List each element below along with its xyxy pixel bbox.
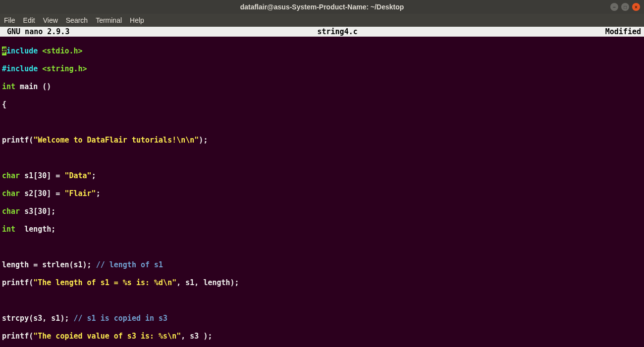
code-line: strcpy(s3, s1); // s1 is copied in s3 xyxy=(2,314,642,323)
close-icon[interactable]: × xyxy=(632,3,640,11)
code-line: printf("Welcome to DataFlair tutorials!\… xyxy=(2,136,642,145)
cursor: # xyxy=(2,47,6,55)
code-line xyxy=(2,153,642,162)
window-controls: – □ × xyxy=(610,3,640,11)
titlebar: dataflair@asus-System-Product-Name: ~/De… xyxy=(0,0,644,14)
menu-file[interactable]: File xyxy=(4,16,15,24)
menubar: File Edit View Search Terminal Help xyxy=(0,14,644,27)
menu-view[interactable]: View xyxy=(43,16,58,24)
code-line xyxy=(2,243,642,251)
code-line: char s3[30]; xyxy=(2,207,642,216)
nano-filename: string4.c xyxy=(69,27,605,37)
code-line xyxy=(2,118,642,127)
code-line: int length; xyxy=(2,225,642,234)
menu-help[interactable]: Help xyxy=(130,16,144,24)
code-line: length = strlen(s1); // length of s1 xyxy=(2,260,642,269)
nano-status-bar: GNU nano 2.9.3 string4.c Modified xyxy=(0,27,644,37)
code-line: #include <stdio.h> xyxy=(2,47,642,55)
minimize-icon[interactable]: – xyxy=(610,3,618,11)
menu-edit[interactable]: Edit xyxy=(23,16,35,24)
editor-area[interactable]: #include <stdio.h> #include <string.h> i… xyxy=(0,37,644,347)
maximize-icon[interactable]: □ xyxy=(621,3,629,11)
nano-modified: Modified xyxy=(605,27,641,37)
code-line: int main () xyxy=(2,82,642,91)
code-line: char s1[30] = "Data"; xyxy=(2,171,642,180)
menu-terminal[interactable]: Terminal xyxy=(96,16,122,24)
code-line xyxy=(2,296,642,305)
nano-version: GNU nano 2.9.3 xyxy=(3,27,69,37)
code-line: char s2[30] = "Flair"; xyxy=(2,189,642,198)
code-line: printf("The copied value of s3 is: %s\n"… xyxy=(2,332,642,341)
window-title: dataflair@asus-System-Product-Name: ~/De… xyxy=(240,3,404,11)
menu-search[interactable]: Search xyxy=(66,16,88,24)
code-line: #include <string.h> xyxy=(2,64,642,73)
code-line: printf("The length of s1 = %s is: %d\n",… xyxy=(2,278,642,287)
code-line: { xyxy=(2,100,642,109)
